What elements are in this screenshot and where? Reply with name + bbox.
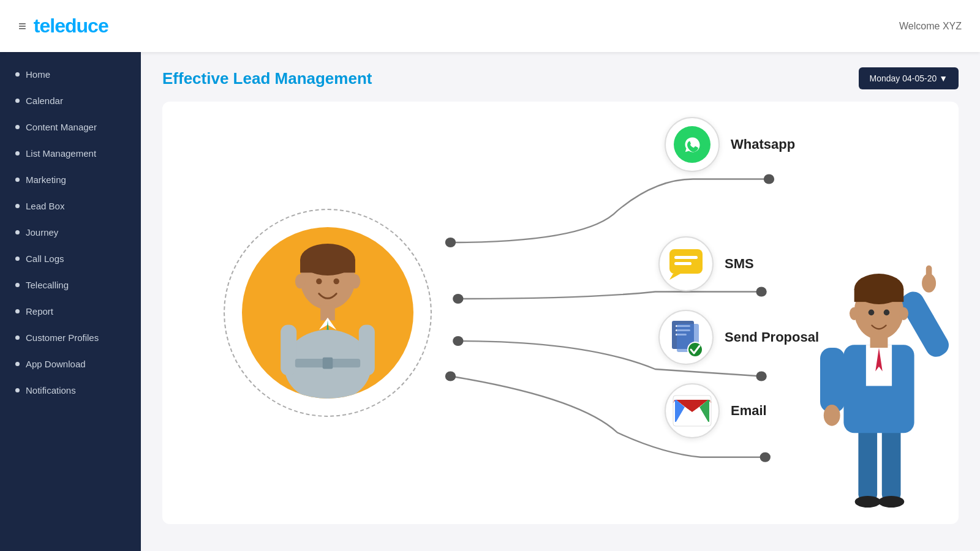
sidebar-label-app-download: App Download [26, 359, 86, 369]
sidebar-dot [15, 309, 20, 313]
sidebar-dot [15, 257, 20, 261]
svg-rect-47 [820, 348, 845, 413]
svg-rect-56 [854, 289, 904, 302]
svg-rect-23 [323, 358, 333, 369]
sidebar-label-lead-box: Lead Box [26, 201, 64, 211]
sidebar-item-list-management[interactable]: List Management [0, 140, 141, 167]
date-badge[interactable]: Monday 04-05-20 ▼ [859, 67, 959, 89]
svg-rect-25 [669, 249, 703, 274]
proposal-channel: Send Proposal [658, 310, 819, 365]
sms-label: SMS [725, 256, 754, 272]
svg-rect-27 [674, 262, 692, 265]
whatsapp-circle [665, 117, 720, 172]
svg-point-59 [869, 310, 875, 316]
sidebar-dot [15, 151, 20, 156]
sidebar-dot [15, 283, 20, 287]
svg-rect-26 [674, 256, 698, 259]
sidebar-item-telecalling[interactable]: Telecalling [0, 272, 141, 298]
svg-point-45 [878, 496, 904, 508]
svg-point-58 [899, 307, 908, 320]
sidebar-item-report[interactable]: Report [0, 298, 141, 324]
avatar-wrapper [242, 227, 413, 399]
svg-rect-21 [359, 324, 375, 375]
svg-point-13 [316, 279, 322, 284]
svg-point-4 [453, 336, 463, 346]
hamburger-icon[interactable]: ≡ [18, 18, 26, 34]
svg-rect-20 [281, 324, 296, 375]
sidebar-label-journey: Journey [26, 227, 58, 238]
page-title: Effective Lead Management [162, 69, 372, 88]
sms-channel: SMS [658, 236, 754, 291]
sidebar-dot [15, 335, 20, 340]
sidebar-item-notifications[interactable]: Notifications [0, 377, 141, 403]
sidebar-label-marketing: Marketing [26, 174, 66, 185]
logo-tele: tele [34, 15, 65, 37]
avatar-circle [242, 227, 413, 399]
whatsapp-label: Whatsapp [731, 137, 795, 152]
email-channel: Email [665, 383, 767, 438]
sidebar: Home Calendar Content Manager List Manag… [0, 52, 141, 551]
sidebar-label-calendar: Calendar [26, 96, 63, 106]
sidebar-dot [15, 125, 20, 129]
sidebar-dot [15, 204, 20, 208]
sidebar-item-app-download[interactable]: App Download [0, 351, 141, 377]
svg-point-44 [855, 496, 881, 508]
svg-point-1 [764, 174, 774, 184]
svg-point-11 [295, 274, 306, 289]
svg-point-12 [350, 274, 361, 289]
email-circle [665, 383, 720, 438]
sidebar-dot [15, 99, 20, 103]
sidebar-label-list-management: List Management [26, 148, 96, 159]
svg-rect-42 [858, 424, 877, 501]
layout: Home Calendar Content Manager List Manag… [0, 52, 980, 551]
sidebar-item-lead-box[interactable]: Lead Box [0, 193, 141, 219]
welcome-text: Welcome XYZ [899, 21, 962, 32]
whatsapp-icon [674, 126, 710, 163]
svg-point-2 [453, 294, 463, 304]
svg-rect-50 [926, 266, 932, 285]
sidebar-label-home: Home [26, 69, 50, 80]
top-header: ≡ teleduce Welcome XYZ [0, 0, 980, 52]
svg-point-7 [760, 452, 771, 462]
sidebar-label-customer-profiles: Customer Profiles [26, 332, 99, 343]
svg-point-5 [756, 371, 766, 381]
proposal-circle [658, 310, 714, 365]
sidebar-item-marketing[interactable]: Marketing [0, 167, 141, 193]
svg-marker-28 [669, 274, 680, 280]
svg-point-57 [850, 307, 859, 320]
businessman-svg [799, 230, 959, 524]
sms-circle [658, 236, 714, 291]
sidebar-dot [15, 178, 20, 182]
sidebar-label-call-logs: Call Logs [26, 253, 64, 264]
business-person [799, 230, 959, 524]
svg-point-60 [884, 310, 890, 316]
sidebar-item-home[interactable]: Home [0, 61, 141, 88]
sidebar-label-telecalling: Telecalling [26, 280, 69, 290]
svg-point-3 [756, 287, 766, 296]
person-illustration [254, 239, 401, 399]
sidebar-item-content-manager[interactable]: Content Manager [0, 114, 141, 140]
page-header: Effective Lead Management Monday 04-05-2… [162, 67, 959, 89]
sidebar-dot [15, 362, 20, 366]
whatsapp-channel: Whatsapp [665, 117, 795, 172]
main-content: Effective Lead Management Monday 04-05-2… [141, 52, 980, 551]
sidebar-label-content-manager: Content Manager [26, 122, 97, 132]
gmail-icon-svg [673, 395, 712, 427]
diagram-container: Whatsapp SMS [162, 102, 959, 524]
logo-duce: duce [65, 15, 108, 37]
svg-rect-43 [882, 424, 901, 501]
svg-point-61 [824, 405, 840, 426]
whatsapp-svg [680, 132, 704, 157]
sidebar-label-notifications: Notifications [26, 385, 76, 395]
svg-point-0 [445, 238, 456, 247]
logo: teleduce [34, 15, 108, 37]
svg-rect-10 [300, 260, 355, 272]
sidebar-dot [15, 388, 20, 392]
svg-point-6 [445, 371, 456, 381]
sidebar-item-customer-profiles[interactable]: Customer Profiles [0, 324, 141, 351]
email-label: Email [731, 403, 767, 419]
sidebar-item-journey[interactable]: Journey [0, 219, 141, 246]
sidebar-label-report: Report [26, 306, 53, 317]
sidebar-item-calendar[interactable]: Calendar [0, 88, 141, 114]
sidebar-item-call-logs[interactable]: Call Logs [0, 246, 141, 272]
